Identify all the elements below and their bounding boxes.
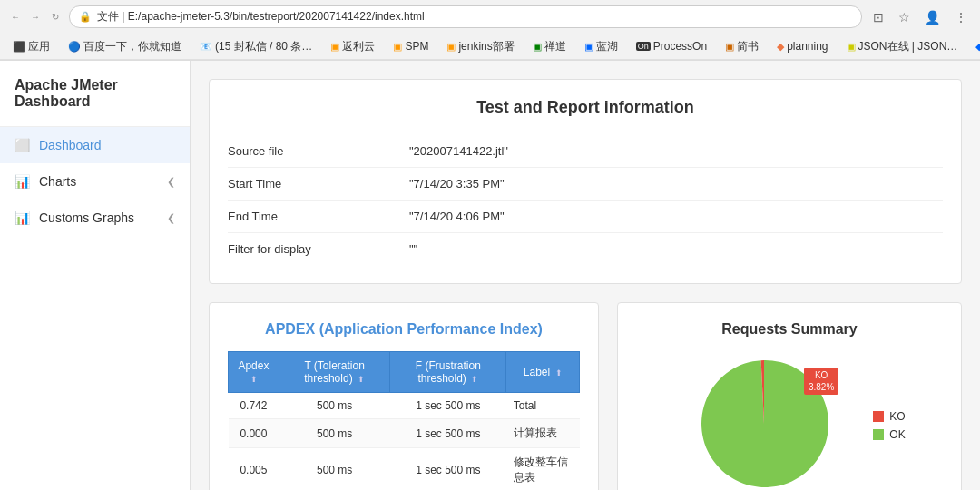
legend: KO OK [873, 410, 905, 441]
url-bar[interactable]: 🔒 文件 | E:/apache-jmeter-5.3/bin/testrepo… [69, 5, 862, 28]
refresh-button[interactable]: ↻ [49, 11, 62, 24]
info-row-filter: Filter for display "" [228, 233, 943, 265]
charts-icon: 📊 [15, 174, 30, 189]
apdex-cell-label-0: Total [506, 393, 580, 419]
apdex-card: APDEX (Application Performance Index) Ap… [209, 302, 599, 490]
apdex-cell-label-1: 计算报表 [506, 419, 580, 448]
legend-color-ok [873, 429, 884, 440]
info-card-title: Test and Report information [228, 98, 943, 117]
sort-apdex-icon: ⬆ [250, 375, 258, 384]
sidebar: Apache JMeter Dashboard ⬜ Dashboard 📊 Ch… [0, 61, 191, 490]
custom-graphs-chevron-icon: ❮ [167, 212, 175, 224]
legend-label-ok: OK [889, 428, 905, 441]
apdex-cell-apdex-2: 0.005 [229, 448, 279, 491]
apdex-table-row: 0.742500 ms1 sec 500 msTotal [229, 393, 580, 419]
info-row-end: End Time "7/14/20 4:06 PM" [228, 201, 943, 233]
app-title: Apache JMeter Dashboard [0, 61, 190, 127]
pie-chart-container: KO 3.82% [673, 351, 855, 490]
sort-t-icon: ⬆ [358, 375, 365, 384]
dashboard-icon: ⬜ [15, 138, 30, 152]
browser-chrome: ← → ↻ 🔒 文件 | E:/apache-jmeter-5.3/bin/te… [0, 0, 980, 61]
bookmarks-bar: ⬛应用 🔵百度一下，你就知道 📧(15 封私信 / 80 条… ▣返利云 ▣SP… [0, 34, 980, 60]
apdex-table-row: 0.005500 ms1 sec 500 ms修改整车信息表 [229, 448, 580, 491]
charts-chevron-icon: ❮ [167, 176, 175, 188]
legend-label-ko: KO [889, 410, 905, 423]
url-text: 文件 | E:/apache-jmeter-5.3/bin/testreport… [97, 9, 425, 24]
apdex-col-t[interactable]: T (Toleration threshold) ⬆ [279, 352, 389, 393]
apdex-cell-f-0: 1 sec 500 ms [390, 393, 506, 419]
bookmark-planning[interactable]: ◆planning [773, 38, 831, 54]
sort-label-icon: ⬆ [555, 368, 563, 377]
sidebar-item-dashboard-left: ⬜ Dashboard [15, 138, 102, 152]
legend-item-ko: KO [873, 410, 905, 423]
custom-graphs-icon: 📊 [15, 211, 30, 225]
bookmark-processon[interactable]: OnProcessOn [632, 38, 710, 54]
forward-button[interactable]: → [29, 11, 42, 24]
apdex-cell-apdex-0: 0.742 [229, 393, 279, 419]
requests-summary-card: Requests Summary KO 3.82% [617, 302, 962, 490]
info-value-end: "7/14/20 4:06 PM" [409, 210, 505, 223]
info-value-source: "202007141422.jtl" [409, 144, 508, 158]
legend-item-ok: OK [873, 428, 905, 441]
info-table: Source file "202007141422.jtl" Start Tim… [228, 135, 943, 265]
bookmark-mail[interactable]: 📧(15 封私信 / 80 条… [196, 37, 316, 56]
requests-summary-title: Requests Summary [636, 321, 943, 338]
ko-percent-text: 3.82% [808, 381, 834, 393]
apdex-table-row: 0.000500 ms1 sec 500 ms计算报表 [229, 419, 580, 448]
bottom-section: APDEX (Application Performance Index) Ap… [209, 302, 962, 490]
sidebar-item-charts[interactable]: 📊 Charts ❮ [0, 163, 190, 200]
bookmark-jenkins[interactable]: ▣jenkins部署 [443, 37, 517, 56]
sort-f-icon: ⬆ [471, 375, 478, 384]
ko-label-text: KO [808, 369, 834, 381]
sidebar-label-custom-graphs: Customs Graphs [39, 211, 134, 225]
bookmark-baidu[interactable]: 🔵百度一下，你就知道 [64, 37, 185, 56]
bookmark-fone[interactable]: ◆F-One [972, 38, 980, 54]
lock-icon: 🔒 [79, 11, 92, 23]
apdex-cell-apdex-1: 0.000 [229, 419, 279, 448]
apdex-title: APDEX (Application Performance Index) [228, 321, 580, 338]
apdex-col-f[interactable]: F (Frustration threshold) ⬆ [390, 352, 506, 393]
apdex-col-apdex[interactable]: Apdex ⬆ [229, 352, 279, 393]
account-button[interactable]: 👤 [921, 8, 944, 26]
info-card: Test and Report information Source file … [209, 79, 962, 284]
bookmark-json[interactable]: ▣JSON在线 | JSON… [843, 37, 962, 56]
main-content: Test and Report information Source file … [191, 61, 980, 490]
info-label-end: End Time [228, 210, 409, 223]
apdex-table: Apdex ⬆ T (Toleration threshold) ⬆ F (Fr… [228, 351, 580, 490]
app-layout: Apache JMeter Dashboard ⬜ Dashboard 📊 Ch… [0, 61, 980, 490]
info-value-start: "7/14/20 3:35 PM" [409, 177, 505, 191]
bookmark-fanli[interactable]: ▣返利云 [327, 37, 378, 56]
sidebar-item-dashboard[interactable]: ⬜ Dashboard [0, 127, 190, 163]
requests-content: KO 3.82% KO OK [636, 351, 943, 490]
legend-color-ko [873, 411, 884, 422]
ko-label: KO 3.82% [804, 368, 838, 395]
bookmark-zendao[interactable]: ▣禅道 [529, 37, 570, 56]
info-value-filter: "" [409, 242, 417, 256]
sidebar-label-charts: Charts [39, 174, 76, 189]
info-row-start: Start Time "7/14/20 3:35 PM" [228, 168, 943, 201]
sidebar-item-custom-graphs[interactable]: 📊 Customs Graphs ❮ [0, 200, 190, 236]
info-label-start: Start Time [228, 177, 409, 191]
bookmark-jianshu[interactable]: ▣简书 [721, 37, 762, 56]
sidebar-item-charts-left: 📊 Charts [15, 174, 76, 189]
apdex-cell-t-0: 500 ms [279, 393, 389, 419]
apdex-cell-t-1: 500 ms [279, 419, 389, 448]
back-button[interactable]: ← [9, 11, 22, 24]
apdex-col-label[interactable]: Label ⬆ [506, 352, 580, 393]
bookmark-button[interactable]: ☆ [895, 8, 914, 26]
bookmarks-label[interactable]: ⬛应用 [9, 37, 54, 56]
info-label-source: Source file [228, 144, 409, 158]
menu-button[interactable]: ⋮ [951, 8, 971, 26]
apdex-cell-t-2: 500 ms [279, 448, 389, 491]
bookmark-lanhu[interactable]: ▣蓝湖 [581, 37, 622, 56]
info-label-filter: Filter for display [228, 242, 409, 256]
sidebar-label-dashboard: Dashboard [39, 138, 102, 152]
apdex-cell-label-2: 修改整车信息表 [506, 448, 580, 491]
bookmark-spm[interactable]: ▣SPM [389, 38, 432, 54]
sidebar-item-custom-graphs-left: 📊 Customs Graphs [15, 211, 134, 225]
apdex-cell-f-2: 1 sec 500 ms [390, 448, 506, 491]
apdex-cell-f-1: 1 sec 500 ms [390, 419, 506, 448]
cast-button[interactable]: ⊡ [869, 8, 887, 26]
browser-toolbar: ← → ↻ 🔒 文件 | E:/apache-jmeter-5.3/bin/te… [0, 0, 980, 34]
info-row-source: Source file "202007141422.jtl" [228, 135, 943, 168]
